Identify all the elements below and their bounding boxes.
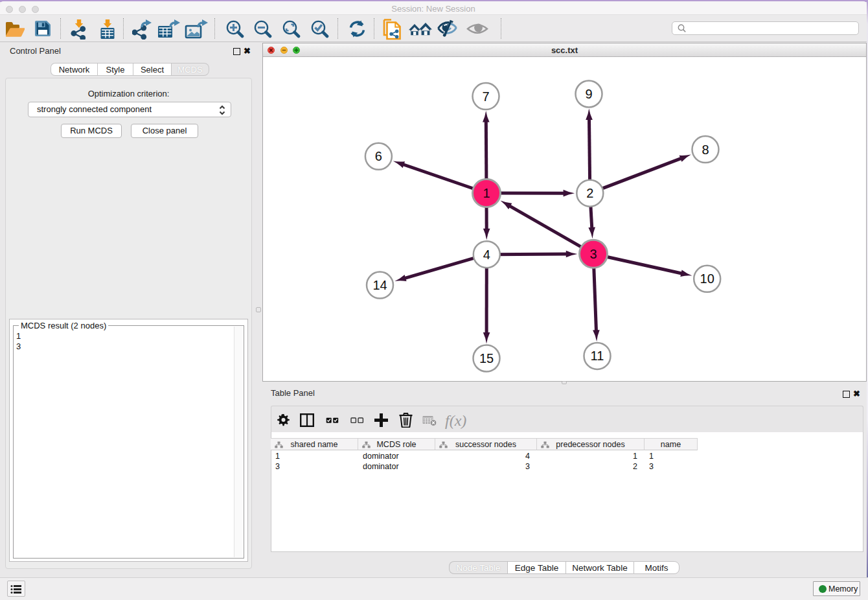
svg-text:9: 9 xyxy=(585,87,592,101)
svg-text:14: 14 xyxy=(372,278,387,292)
svg-text:6: 6 xyxy=(375,149,382,163)
svg-text:11: 11 xyxy=(591,349,604,363)
svg-text:10: 10 xyxy=(700,271,714,286)
svg-text:1: 1 xyxy=(483,186,490,200)
svg-text:4: 4 xyxy=(483,248,490,262)
svg-text:3: 3 xyxy=(589,247,597,261)
svg-text:15: 15 xyxy=(479,351,494,365)
svg-text:8: 8 xyxy=(702,143,709,157)
svg-text:7: 7 xyxy=(482,89,489,104)
svg-text:2: 2 xyxy=(586,186,593,200)
